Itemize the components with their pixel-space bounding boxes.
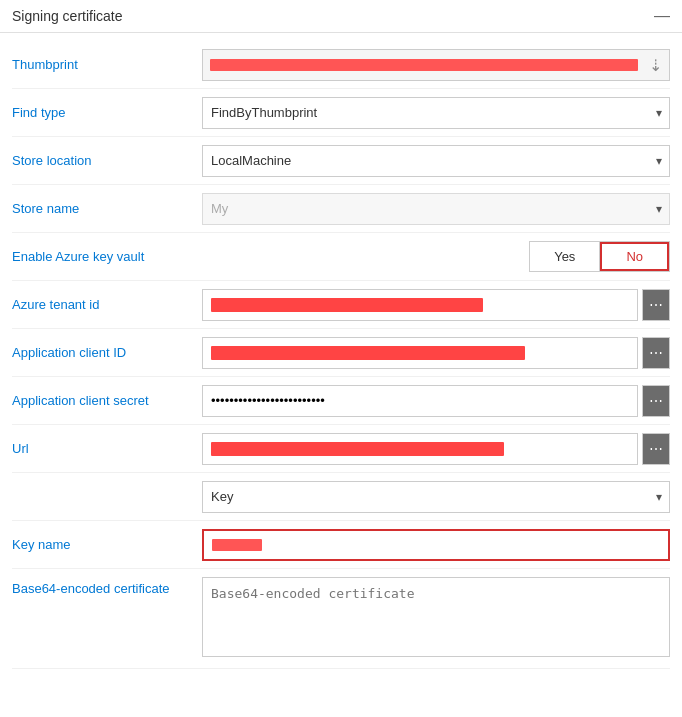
- key-name-label: Key name: [12, 537, 202, 552]
- store-location-select[interactable]: LocalMachine CurrentUser: [202, 145, 670, 177]
- thumbprint-wrapper: ⇣: [202, 49, 670, 81]
- azure-tenant-id-edit-button[interactable]: ⋯: [642, 289, 670, 321]
- thumbprint-input[interactable]: [202, 49, 670, 81]
- key-name-wrapper: [202, 529, 670, 561]
- store-name-select-wrapper: My Root TrustedPeople ▾: [202, 193, 670, 225]
- download-icon[interactable]: ⇣: [649, 55, 662, 74]
- azure-tenant-id-input-wrapper: [202, 289, 638, 321]
- azure-tenant-id-redacted: [211, 298, 483, 312]
- store-location-label: Store location: [12, 153, 202, 168]
- yes-button[interactable]: Yes: [530, 242, 600, 271]
- thumbprint-label: Thumbprint: [12, 57, 202, 72]
- azure-key-vault-row: Enable Azure key vault Yes No: [12, 233, 670, 281]
- store-name-row: Store name My Root TrustedPeople ▾: [12, 185, 670, 233]
- minimize-icon[interactable]: —: [654, 8, 670, 24]
- base64-row: Base64-encoded certificate: [12, 569, 670, 669]
- thumbprint-input-wrapper: ⇣: [202, 49, 670, 81]
- find-type-label: Find type: [12, 105, 202, 120]
- find-type-select-wrapper: FindByThumbprint FindBySubjectName FindB…: [202, 97, 670, 129]
- url-label: Url: [12, 441, 202, 456]
- find-type-select[interactable]: FindByThumbprint FindBySubjectName FindB…: [202, 97, 670, 129]
- azure-tenant-id-wrapper: ⋯: [202, 289, 670, 321]
- store-location-wrapper: LocalMachine CurrentUser ▾: [202, 145, 670, 177]
- url-wrapper: ⋯: [202, 433, 670, 465]
- no-button[interactable]: No: [600, 242, 669, 271]
- find-type-row: Find type FindByThumbprint FindBySubject…: [12, 89, 670, 137]
- azure-tenant-id-row: Azure tenant id ⋯: [12, 281, 670, 329]
- app-client-secret-label: Application client secret: [12, 393, 202, 408]
- url-row: Url ⋯: [12, 425, 670, 473]
- form-container: Thumbprint ⇣ Find type FindByThumbprint …: [0, 33, 682, 677]
- azure-key-vault-toggle-group: Yes No: [529, 241, 670, 272]
- app-client-secret-row: Application client secret ⋯: [12, 377, 670, 425]
- app-client-id-redacted: [211, 346, 525, 360]
- store-name-wrapper: My Root TrustedPeople ▾: [202, 193, 670, 225]
- key-type-row: Key Certificate ▾: [12, 473, 670, 521]
- app-client-secret-wrapper: ⋯: [202, 385, 670, 417]
- url-redacted: [211, 442, 504, 456]
- azure-key-vault-wrapper: Yes No: [202, 241, 670, 272]
- store-name-label: Store name: [12, 201, 202, 216]
- url-input-wrapper: [202, 433, 638, 465]
- app-client-id-row: Application client ID ⋯: [12, 329, 670, 377]
- app-client-id-edit-button[interactable]: ⋯: [642, 337, 670, 369]
- store-name-select[interactable]: My Root TrustedPeople: [202, 193, 670, 225]
- app-client-id-input-wrapper: [202, 337, 638, 369]
- thumbprint-row: Thumbprint ⇣: [12, 41, 670, 89]
- azure-key-vault-label: Enable Azure key vault: [12, 249, 202, 264]
- app-client-secret-edit-button[interactable]: ⋯: [642, 385, 670, 417]
- section-header: Signing certificate —: [0, 0, 682, 33]
- section-title: Signing certificate: [12, 8, 123, 24]
- key-type-select[interactable]: Key Certificate: [202, 481, 670, 513]
- key-type-select-wrapper: Key Certificate ▾: [202, 481, 670, 513]
- key-name-input-wrapper: [202, 529, 670, 561]
- key-name-redacted: [212, 539, 262, 551]
- store-location-row: Store location LocalMachine CurrentUser …: [12, 137, 670, 185]
- find-type-wrapper: FindByThumbprint FindBySubjectName FindB…: [202, 97, 670, 129]
- key-type-wrapper: Key Certificate ▾: [202, 481, 670, 513]
- base64-label: Base64-encoded certificate: [12, 577, 202, 596]
- store-location-select-wrapper: LocalMachine CurrentUser ▾: [202, 145, 670, 177]
- app-client-secret-input[interactable]: [202, 385, 638, 417]
- app-client-id-label: Application client ID: [12, 345, 202, 360]
- app-client-id-wrapper: ⋯: [202, 337, 670, 369]
- azure-tenant-id-label: Azure tenant id: [12, 297, 202, 312]
- base64-textarea[interactable]: [202, 577, 670, 657]
- base64-textarea-wrapper: [202, 577, 670, 660]
- key-name-row: Key name: [12, 521, 670, 569]
- url-edit-button[interactable]: ⋯: [642, 433, 670, 465]
